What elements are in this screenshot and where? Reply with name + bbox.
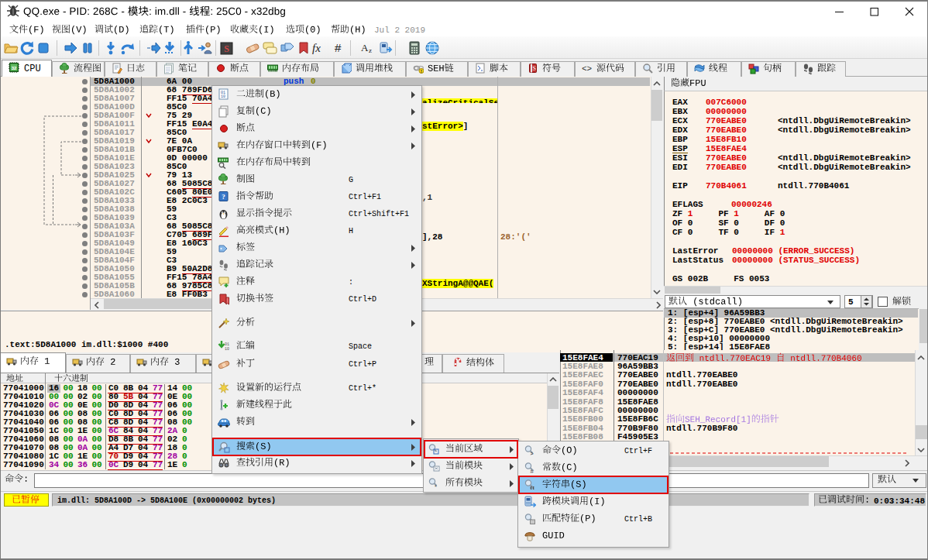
svg-text:?: ? [222, 193, 225, 201]
svg-text:A: A [361, 42, 369, 53]
svg-text:>: > [531, 451, 534, 457]
svg-text:!: ! [421, 69, 422, 74]
svg-text:z: z [369, 46, 372, 54]
svg-text:*: * [435, 483, 437, 490]
svg-text:10: 10 [225, 347, 229, 352]
svg-text:#: # [531, 468, 534, 475]
svg-text:10: 10 [221, 94, 225, 99]
svg-text:32: 32 [12, 66, 17, 70]
svg-text:S: S [224, 43, 229, 54]
svg-text:S: S [533, 65, 536, 72]
svg-text:fx: fx [312, 42, 321, 54]
svg-text:#: # [335, 41, 342, 54]
svg-text:<>: <> [582, 64, 592, 74]
